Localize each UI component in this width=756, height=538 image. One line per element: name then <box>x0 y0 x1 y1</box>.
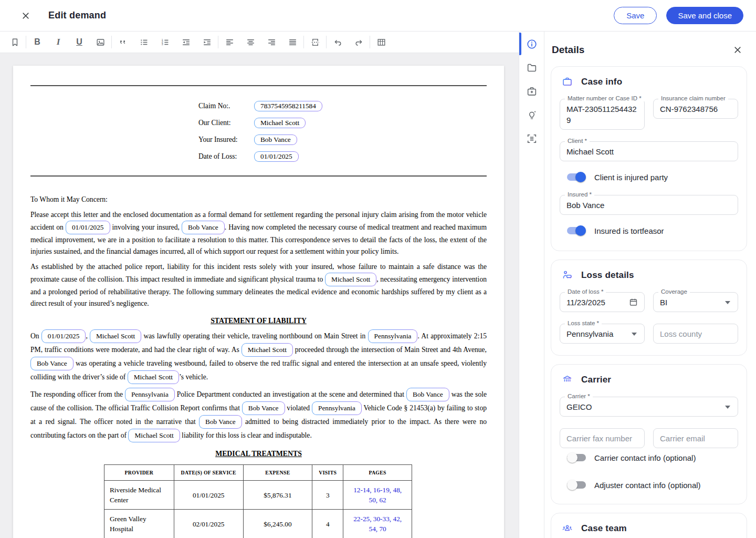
toolbar-divider <box>326 36 327 48</box>
document-paragraph: As established by the attached police re… <box>30 261 487 309</box>
chevron-down-icon[interactable] <box>725 406 730 409</box>
align-center-button[interactable] <box>240 32 261 53</box>
person-car-icon <box>562 270 573 281</box>
justify-button[interactable] <box>282 32 303 53</box>
merge-field-pill[interactable]: Michael Scott <box>90 329 141 343</box>
merge-field-pill[interactable]: Bob Vance <box>242 401 285 415</box>
document-divider <box>30 85 487 86</box>
align-left-button[interactable] <box>219 32 240 53</box>
loss-state-select[interactable]: Loss state * Pennsylvania <box>560 324 645 344</box>
toolbar-divider <box>303 36 304 48</box>
carrier-email-field[interactable]: Carrier email <box>653 428 738 448</box>
rail-folder-button[interactable] <box>519 56 544 79</box>
bookmark-button[interactable] <box>4 32 25 53</box>
close-button[interactable] <box>19 9 33 23</box>
client-injured-toggle[interactable] <box>567 172 586 182</box>
carrier-fax-field[interactable]: Carrier fax number <box>560 428 645 448</box>
field-label: Claim No:. <box>198 102 254 110</box>
calendar-icon[interactable] <box>628 297 638 307</box>
rail-info-button[interactable] <box>519 32 544 56</box>
toolbar-divider <box>370 36 370 48</box>
italic-button[interactable]: I <box>48 32 69 53</box>
merge-field-pill[interactable]: Pennsylvania <box>312 401 362 415</box>
folder-icon <box>526 62 538 74</box>
table-row: Riverside Medical Center01/01/2025$5,876… <box>104 481 412 510</box>
page-break-icon <box>310 37 320 47</box>
table-icon <box>376 37 386 47</box>
table-row: Green Valley Hospital02/01/2025$6,245.00… <box>104 510 412 538</box>
merge-field-pill[interactable]: Bob Vance <box>30 357 74 370</box>
editor-canvas[interactable]: Claim No:.7837545958211584Our Client:Mic… <box>0 53 519 538</box>
bookmark-icon <box>10 37 20 47</box>
undo-button[interactable] <box>327 32 348 53</box>
bulleted-list-button[interactable] <box>133 32 154 53</box>
merge-field-pill[interactable]: 01/01/2025 <box>66 221 110 234</box>
insured-tortfeasor-toggle[interactable] <box>567 225 586 236</box>
table-button[interactable] <box>371 32 392 53</box>
toolbar-divider <box>26 36 26 48</box>
merge-field-pill[interactable]: Bob Vance <box>406 388 449 401</box>
redo-button[interactable] <box>348 32 369 53</box>
blockquote-button[interactable] <box>112 32 133 53</box>
coverage-select[interactable]: Coverage BI <box>653 292 738 312</box>
save-and-close-button[interactable]: Save and close <box>666 7 743 24</box>
table-cell: 22-25, 30-33, 42, 54, 70 <box>343 510 412 538</box>
pages-link[interactable]: 22-25, 30-33, 42, 54, 70 <box>353 515 402 533</box>
merge-field-pill[interactable]: Michael Scott <box>242 343 293 357</box>
page-title: Edit demand <box>48 10 106 21</box>
carrier-title: Carrier <box>581 375 611 385</box>
merge-field-pill[interactable]: Michael Scott <box>254 118 306 128</box>
merge-field-pill[interactable]: Pennsylvania <box>368 329 418 343</box>
chevron-down-icon[interactable] <box>632 333 637 336</box>
document-page[interactable]: Claim No:.7837545958211584Our Client:Mic… <box>13 66 504 538</box>
loss-details-title: Loss details <box>581 270 634 281</box>
align-right-button[interactable] <box>261 32 282 53</box>
bold-button[interactable]: B <box>27 32 48 53</box>
carrier-contact-toggle-label: Carrier contact info (optional) <box>594 453 696 462</box>
rail-briefcase-plus-button[interactable] <box>519 79 544 103</box>
client-field[interactable]: Client * Michael Scott <box>560 141 738 161</box>
underline-button[interactable]: U <box>69 32 90 53</box>
merge-field-pill[interactable]: Michael Scott <box>128 429 180 442</box>
case-team-header: Case team <box>560 523 738 534</box>
rail-frame-lines-button[interactable] <box>519 127 544 150</box>
field-label: Date of Loss: <box>198 152 254 161</box>
image-button[interactable] <box>90 32 111 53</box>
save-button[interactable]: Save <box>614 7 657 24</box>
insurance-claim-number-label: Insurance claim number <box>658 95 728 101</box>
merge-field-pill[interactable]: 7837545958211584 <box>254 101 322 111</box>
insured-field[interactable]: Insured * Bob Vance <box>560 195 738 215</box>
merge-field-pill[interactable]: Bob Vance <box>199 415 242 429</box>
table-cell: 01/01/2025 <box>174 481 243 510</box>
numbered-list-button[interactable]: 123 <box>154 32 175 53</box>
merge-field-pill[interactable]: Michael Scott <box>128 370 179 384</box>
page-break-button[interactable] <box>304 32 326 53</box>
merge-field-pill[interactable]: 01/01/2025 <box>254 151 299 162</box>
client-injured-toggle-row: Client is injured party <box>567 172 738 182</box>
date-of-loss-value: 11/23/2025 <box>566 297 605 308</box>
merge-field-pill[interactable]: 01/01/2025 <box>41 329 86 343</box>
indent-button[interactable] <box>196 32 217 53</box>
align-left-icon <box>225 37 235 47</box>
details-close-button[interactable] <box>731 43 744 57</box>
carrier-select[interactable]: Carrier * GEICO <box>560 397 738 417</box>
merge-field-pill[interactable]: Pennsylvania <box>125 388 175 401</box>
rail-lightbulb-sparkle-button[interactable] <box>519 103 544 127</box>
toolbar-divider <box>111 36 112 48</box>
frame-lines-icon <box>526 133 538 144</box>
loss-county-field[interactable]: Loss county <box>653 324 738 344</box>
adjuster-contact-toggle[interactable] <box>567 480 586 490</box>
date-of-loss-field[interactable]: Date of loss * 11/23/2025 <box>560 292 645 312</box>
merge-field-pill[interactable]: Michael Scott <box>325 273 376 286</box>
merge-field-pill[interactable]: Bob Vance <box>182 221 225 234</box>
merge-field-pill[interactable]: Bob Vance <box>254 134 297 145</box>
matter-number-field[interactable]: Matter number or Case ID * MAT-230511254… <box>560 99 645 130</box>
toolbar-divider <box>218 36 218 48</box>
chevron-down-icon[interactable] <box>725 301 730 304</box>
coverage-label: Coverage <box>658 288 690 295</box>
pages-link[interactable]: 12-14, 16-19, 48, 50, 62 <box>353 486 402 504</box>
side-icon-rail <box>519 32 544 538</box>
carrier-contact-toggle[interactable] <box>567 452 586 463</box>
outdent-button[interactable] <box>175 32 196 53</box>
insurance-claim-number-field[interactable]: Insurance claim number CN-9762348756 <box>653 99 738 119</box>
